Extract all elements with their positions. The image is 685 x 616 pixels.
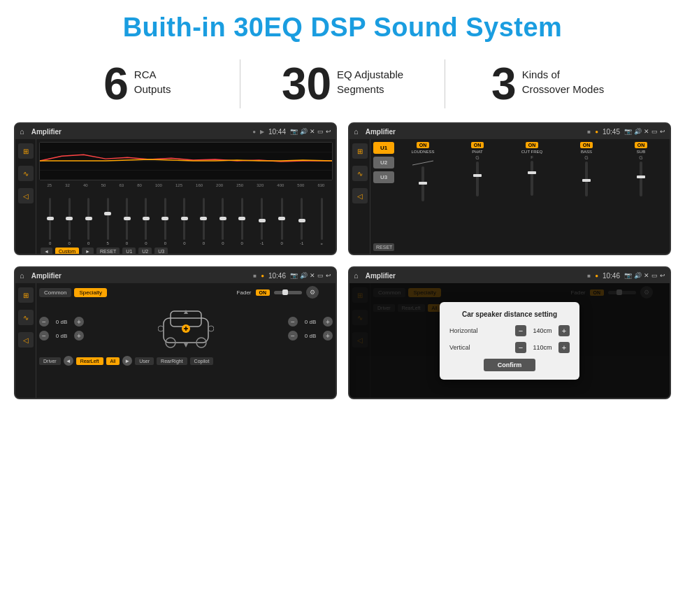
amp-reset-btn[interactable]: RESET xyxy=(373,243,394,251)
cross-all-btn[interactable]: All xyxy=(106,357,120,365)
eq-screen: ⌂ Amplifier ● ▶ 10:44 📷 🔊 ✕ ▭ ↩ ⊞ ∿ ◁ xyxy=(14,122,337,255)
amp-back-icon: ↩ xyxy=(660,128,665,135)
dialog-vertical-minus[interactable]: − xyxy=(515,342,526,353)
vol-val-4: 0 dB xyxy=(301,333,320,339)
cross-camera-icon: 📷 xyxy=(290,272,298,279)
volume-icon: 🔊 xyxy=(300,128,308,135)
page-title: Buith-in 30EQ DSP Sound System xyxy=(0,0,685,50)
cross-time: 10:46 xyxy=(268,272,286,280)
cross-sidebar: ⊞ ∿ ◁ xyxy=(15,283,36,398)
stat-crossover: 3 Kinds of Crossover Modes xyxy=(452,62,643,106)
vol-plus-4[interactable]: + xyxy=(323,331,333,341)
amp-filter-btn[interactable]: ⊞ xyxy=(352,143,368,159)
stat-rca: 6 RCA Outputs xyxy=(42,62,233,106)
amp-phat-on[interactable]: ON xyxy=(471,142,484,148)
amp-topbar: ⌂ Amplifier ■ ● 10:45 📷 🔊 ✕ ▭ ↩ xyxy=(349,124,670,139)
amp-u1-btn[interactable]: U1 xyxy=(373,142,394,154)
amp-u2-btn[interactable]: U2 xyxy=(373,157,394,169)
vol-row-4: − 0 dB + xyxy=(288,331,333,341)
amp-sub-slider[interactable] xyxy=(640,162,642,196)
eq-play-btn[interactable]: ► xyxy=(82,248,94,255)
dialog-horizontal-plus[interactable]: + xyxy=(558,325,570,336)
dialog-vertical-plus[interactable]: + xyxy=(558,342,570,353)
eq-reset-btn[interactable]: RESET xyxy=(96,248,120,255)
cross-nav-left[interactable]: ◄ xyxy=(64,356,73,366)
eq-prev-btn[interactable]: ◄ xyxy=(41,248,52,255)
amp-bass-on[interactable]: ON xyxy=(580,142,593,148)
cross-copilot-btn[interactable]: Copilot xyxy=(190,357,214,365)
confirm-button[interactable]: Confirm xyxy=(484,359,536,371)
cross-common-tab[interactable]: Common xyxy=(39,288,71,297)
dialog-home-icon[interactable]: ⌂ xyxy=(354,271,359,280)
cross-filter-btn[interactable]: ⊞ xyxy=(18,287,34,303)
cross-fader-on[interactable]: ON xyxy=(256,289,271,296)
amp-cutfreq-on[interactable]: ON xyxy=(526,142,539,148)
eq-u2-btn[interactable]: U2 xyxy=(138,248,152,255)
vol-plus-3[interactable]: + xyxy=(323,317,333,327)
vol-plus-2[interactable]: + xyxy=(74,331,84,341)
stat-eq: 30 EQ Adjustable Segments xyxy=(247,62,438,106)
eq-time: 10:44 xyxy=(268,128,286,136)
dialog-vertical-label: Vertical xyxy=(449,344,488,351)
eq-slider-3: 0 xyxy=(87,198,89,245)
eq-dot: ● xyxy=(252,129,256,135)
dialog-horizontal-minus[interactable]: − xyxy=(515,325,526,336)
vol-minus-3[interactable]: − xyxy=(288,317,298,327)
eq-u1-btn[interactable]: U1 xyxy=(122,248,136,255)
amp-wave-btn[interactable]: ∿ xyxy=(352,166,368,181)
vol-minus-4[interactable]: − xyxy=(288,331,298,341)
dialog-rec: ■ xyxy=(587,273,591,279)
eq-sliders: 0 0 0 5 0 0 0 0 0 0 0 -1 0 -1 » xyxy=(39,189,333,245)
stats-row: 6 RCA Outputs 30 EQ Adjustable Segments … xyxy=(0,50,685,115)
eq-u3-btn[interactable]: U3 xyxy=(154,248,168,255)
eq-wave-btn[interactable]: ∿ xyxy=(18,166,34,181)
amp-cutfreq-slider[interactable] xyxy=(531,161,533,196)
amp-phat: ON PHAT G xyxy=(452,142,503,196)
amp-phat-slider[interactable] xyxy=(476,162,479,196)
eq-slider-13: 0 xyxy=(280,198,282,245)
amp-rec-icon: ■ xyxy=(587,129,591,135)
eq-slider-8: 0 xyxy=(183,198,185,245)
cross-home-icon[interactable]: ⌂ xyxy=(20,271,24,280)
dialog-topbar-icons: 📷 🔊 ✕ ▭ ↩ xyxy=(624,272,665,279)
amp-loudness-on[interactable]: ON xyxy=(417,142,430,148)
vol-minus-1[interactable]: − xyxy=(39,317,49,327)
cross-wave-btn[interactable]: ∿ xyxy=(18,310,34,325)
eq-filter-btn[interactable]: ⊞ xyxy=(18,143,34,159)
cross-speaker-btn[interactable]: ◁ xyxy=(18,332,34,348)
amp-bass-slider[interactable] xyxy=(585,162,588,196)
screens-grid: ⌂ Amplifier ● ▶ 10:44 📷 🔊 ✕ ▭ ↩ ⊞ ∿ ◁ xyxy=(0,115,685,406)
cross-main: Common Specialty Fader ON ⚙ xyxy=(36,283,336,398)
cross-rec: ■ xyxy=(253,273,257,279)
amp-cutfreq-label: CUT FREQ xyxy=(521,150,543,154)
cross-driver-btn[interactable]: Driver xyxy=(39,357,61,365)
cross-settings-icon[interactable]: ⚙ xyxy=(306,286,319,299)
dialog-horizontal-label: Horizontal xyxy=(449,327,488,334)
eq-custom-btn[interactable]: Custom xyxy=(55,248,79,255)
cross-specialty-tab[interactable]: Specialty xyxy=(74,288,106,297)
close-icon: ✕ xyxy=(310,128,315,135)
home-icon[interactable]: ⌂ xyxy=(20,127,24,136)
cross-rearleft-btn[interactable]: RearLeft xyxy=(76,357,103,365)
dialog-vertical-value: 110cm xyxy=(529,344,556,351)
amp-bass: ON BASS G xyxy=(561,142,612,196)
vol-val-3: 0 dB xyxy=(301,319,320,325)
cross-user-btn[interactable]: User xyxy=(135,357,154,365)
amp-home-icon[interactable]: ⌂ xyxy=(354,127,359,136)
amp-u3-btn[interactable]: U3 xyxy=(373,171,394,183)
cross-rearright-btn[interactable]: RearRight xyxy=(157,357,187,365)
amp-loudness-slider[interactable] xyxy=(421,166,424,201)
svg-point-10 xyxy=(208,326,214,331)
cross-bottom-row: Driver ◄ RearLeft All ► User RearRight C… xyxy=(39,356,333,366)
vol-plus-1[interactable]: + xyxy=(74,317,84,327)
cross-nav-right[interactable]: ► xyxy=(122,356,132,366)
stat-text-rca: RCA Outputs xyxy=(134,62,171,96)
amp-speaker-btn[interactable]: ◁ xyxy=(352,188,368,203)
amp-time: 10:45 xyxy=(603,128,620,136)
vol-minus-2[interactable]: − xyxy=(39,331,49,341)
eq-speaker-btn[interactable]: ◁ xyxy=(18,188,34,203)
amp-sub: ON SUB G xyxy=(615,142,667,196)
fader-track[interactable] xyxy=(274,291,302,294)
amp-sub-on[interactable]: ON xyxy=(635,142,648,148)
dialog-vertical-row: Vertical − 110cm + xyxy=(449,342,570,353)
